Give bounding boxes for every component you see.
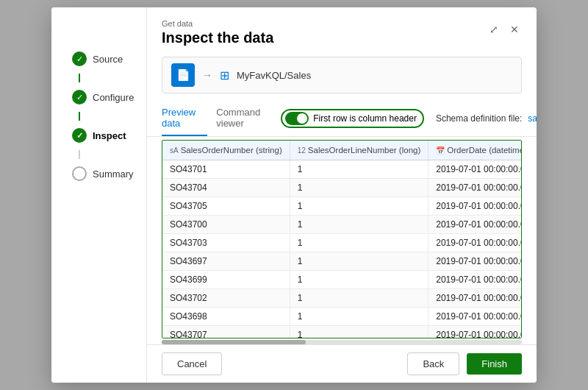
tab-command[interactable]: Command viewer	[216, 101, 272, 136]
file-icon: 📄	[171, 63, 195, 87]
col-header-orderdate: 📅OrderDate (datetime)	[429, 141, 522, 160]
footer-right: Back Finish	[407, 352, 522, 375]
title-group: Get data Inspect the data	[162, 19, 273, 46]
step-circle-source: ✓	[72, 52, 87, 66]
table-row: SO4369912019-07-01 00:00:00.0000Sydney W…	[162, 271, 522, 289]
table-cell: 2019-07-01 00:00:00.0000	[429, 326, 522, 339]
table-row: SO4370012019-07-01 00:00:00.0000Ruben Pr…	[162, 216, 522, 234]
database-icon: ⊞	[220, 68, 229, 82]
table-cell: 2019-07-01 00:00:00.0000	[429, 289, 522, 308]
dialog-title: Inspect the data	[162, 29, 273, 46]
data-table-wrapper[interactable]: sASalesOrderNumber (string) 12SalesOrder…	[162, 140, 522, 338]
col-header-salesordernumber: sASalesOrderNumber (string)	[162, 141, 290, 160]
sidebar-item-inspect[interactable]: ✓ Inspect	[63, 121, 135, 150]
table-cell: SO43704	[162, 179, 290, 197]
table-cell: 2019-07-01 00:00:00.0000	[429, 271, 522, 289]
toggle-row: First row is column header Schema defini…	[281, 109, 537, 128]
table-cell: SO43700	[162, 216, 290, 234]
tab-preview[interactable]: Preview data	[162, 101, 207, 136]
arrow-icon: →	[202, 69, 212, 81]
toggle-switch[interactable]	[285, 112, 309, 125]
table-cell: 1	[290, 160, 429, 179]
table-cell: 1	[290, 234, 429, 252]
table-cell: 2019-07-01 00:00:00.0000	[429, 197, 522, 216]
dialog-footer: Cancel Back Finish	[147, 344, 537, 383]
table-body: SO4370112019-07-01 00:00:00.0000Christy …	[162, 160, 522, 339]
source-path: MyFavKQL/Sales	[237, 70, 311, 81]
table-cell: 2019-07-01 00:00:00.0000	[429, 308, 522, 326]
table-cell: 1	[290, 289, 429, 308]
sidebar: ✓ Source ✓ Configure ✓ Inspect Summary	[51, 7, 147, 383]
table-cell: 2019-07-01 00:00:00.0000	[429, 234, 522, 252]
table-row: SO4369712019-07-01 00:00:00.0000Cole Wat…	[162, 252, 522, 271]
dialog-header: Get data Inspect the data ⤢ ✕	[147, 7, 537, 52]
back-button[interactable]: Back	[407, 352, 459, 375]
table-cell: SO43701	[162, 160, 290, 179]
table-row: SO4370512019-07-01 00:00:00.0000Curtis L…	[162, 197, 522, 216]
schema-file: sales.csv	[528, 113, 537, 124]
table-cell: 1	[290, 252, 429, 271]
tabs-row: Preview data Command viewer First row is…	[147, 101, 537, 137]
table-cell: SO43703	[162, 234, 290, 252]
table-header: sASalesOrderNumber (string) 12SalesOrder…	[162, 141, 522, 160]
table-cell: 1	[290, 197, 429, 216]
toggle-container[interactable]: First row is column header	[281, 109, 424, 128]
col-header-salesorderlinenumber: 12SalesOrderLineNumber (long)	[290, 141, 429, 160]
table-row: SO4370112019-07-01 00:00:00.0000Christy …	[162, 160, 522, 179]
finish-button[interactable]: Finish	[467, 353, 522, 375]
dialog-overlay: ✓ Source ✓ Configure ✓ Inspect Summary	[0, 0, 588, 390]
cancel-button[interactable]: Cancel	[162, 352, 222, 375]
table-row: SO4370212019-07-01 00:00:00.0000Colin An…	[162, 289, 522, 308]
close-button[interactable]: ✕	[507, 22, 522, 37]
sidebar-item-source[interactable]: ✓ Source	[63, 44, 132, 74]
table-cell: 2019-07-01 00:00:00.0000	[429, 252, 522, 271]
step-circle-inspect: ✓	[72, 128, 87, 143]
sidebar-label-summary: Summary	[93, 169, 134, 180]
table-cell: 2019-07-01 00:00:00.0000	[429, 179, 522, 197]
table-cell: 1	[290, 216, 429, 234]
table-cell: SO43705	[162, 197, 290, 216]
table-cell: SO43702	[162, 289, 290, 308]
table-cell: 1	[290, 326, 429, 339]
table-cell: SO43698	[162, 308, 290, 326]
source-bar: 📄 → ⊞ MyFavKQL/Sales	[162, 57, 522, 93]
connector-source-configure	[79, 74, 80, 82]
table-cell: 1	[290, 271, 429, 289]
header-row: sASalesOrderNumber (string) 12SalesOrder…	[162, 141, 522, 160]
step-circle-summary	[72, 166, 87, 181]
data-table: sASalesOrderNumber (string) 12SalesOrder…	[162, 141, 522, 338]
table-cell: 1	[290, 308, 429, 326]
connector-inspect-summary	[79, 150, 80, 159]
table-cell: 2019-07-01 00:00:00.0000	[429, 216, 522, 234]
get-data-label: Get data	[162, 19, 273, 28]
header-actions: ⤢ ✕	[487, 22, 522, 37]
sidebar-item-configure[interactable]: ✓ Configure	[63, 82, 143, 112]
get-data-dialog: ✓ Source ✓ Configure ✓ Inspect Summary	[51, 7, 537, 383]
main-panel: Get data Inspect the data ⤢ ✕ 📄 → ⊞ MyFa…	[147, 7, 537, 383]
table-cell: SO43699	[162, 271, 290, 289]
table-cell: SO43707	[162, 326, 290, 339]
sidebar-label-source: Source	[93, 54, 123, 65]
table-row: SO4370312019-07-01 00:00:00.0000Albert A…	[162, 234, 522, 252]
table-row: SO4370712019-07-01 00:00:00.0000Emma Bro…	[162, 326, 522, 339]
sidebar-label-configure: Configure	[93, 92, 134, 103]
sidebar-label-inspect: Inspect	[93, 130, 126, 141]
toggle-label: First row is column header	[313, 113, 417, 124]
table-row: SO4370412019-07-01 00:00:00.0000Julio Ru…	[162, 179, 522, 197]
table-cell: SO43697	[162, 252, 290, 271]
sidebar-item-summary[interactable]: Summary	[63, 159, 143, 188]
step-circle-configure: ✓	[72, 90, 87, 104]
connector-configure-inspect	[79, 112, 80, 121]
schema-label: Schema definition file:	[436, 113, 522, 124]
table-row: SO4369812019-07-01 00:00:00.0000Rachael …	[162, 308, 522, 326]
table-cell: 2019-07-01 00:00:00.0000	[429, 160, 522, 179]
table-cell: 1	[290, 179, 429, 197]
expand-button[interactable]: ⤢	[487, 22, 501, 37]
